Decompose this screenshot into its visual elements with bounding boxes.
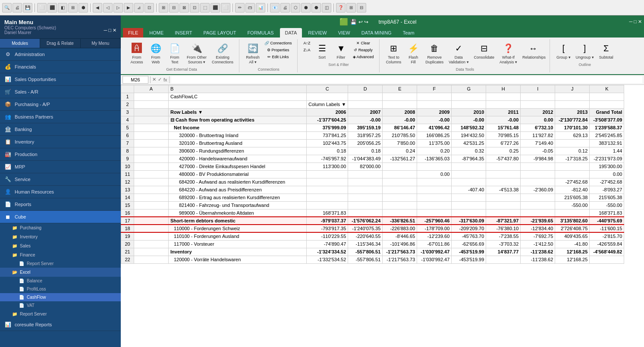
sidebar-tab-drag-relate[interactable]: Drag & Relate: [40, 39, 80, 48]
cell-c3[interactable]: 2006: [307, 108, 348, 116]
cell-i12[interactable]: [521, 178, 555, 186]
cell-k2[interactable]: [590, 100, 624, 108]
ribbon-btn-from-web[interactable]: 🌐 FromWeb: [147, 40, 165, 66]
cell-k3[interactable]: Grand Total: [590, 108, 624, 116]
ribbon-btn-from-other-sources[interactable]: 🔌 From OtherSources ▾: [185, 40, 209, 66]
col-header-b[interactable]: B: [169, 85, 307, 93]
toolbar-btn-20[interactable]: ⬣: [311, 3, 321, 13]
toolbar-btn-save[interactable]: 💾: [23, 3, 32, 13]
ribbon-btn-existing-connections[interactable]: 🔗 ExistingConnections: [210, 40, 236, 66]
cell-i8[interactable]: -0.05: [521, 147, 555, 155]
ribbon-btn-remove-duplicates[interactable]: 🗑 RemoveDuplicates: [423, 40, 446, 66]
sidebar-scroll-area[interactable]: ⚙ Administration 💰 Financials 📊 Sales Op…: [0, 48, 121, 347]
cell-j5[interactable]: 170'101.30: [555, 124, 590, 131]
cell-e10[interactable]: [383, 163, 417, 170]
ribbon-btn-text-to-columns[interactable]: ⊞ Text toColumns: [384, 40, 404, 66]
cell-c19[interactable]: -110'229.55: [307, 232, 348, 240]
ribbon-btn-edit-links[interactable]: ✏ Edit Links: [263, 54, 294, 60]
cell-a19[interactable]: [134, 232, 169, 240]
cell-j20[interactable]: -41.80: [555, 240, 590, 248]
col-header-d[interactable]: D: [348, 85, 383, 93]
cell-b11[interactable]: 480000 - BV Produktionsmaterial: [169, 170, 307, 178]
cell-f20[interactable]: -67'011.86: [417, 240, 452, 248]
cell-a17[interactable]: [134, 217, 169, 225]
cell-f13[interactable]: [417, 186, 452, 194]
ribbon-btn-from-text[interactable]: 📄 FromText: [166, 40, 184, 66]
sidebar-maximize-btn[interactable]: □: [108, 28, 111, 33]
cell-g19[interactable]: -45'763.70: [452, 232, 486, 240]
ribbon-btn-reapply[interactable]: ↺ Reapply: [351, 47, 376, 53]
cell-i22[interactable]: -11'238.62: [521, 256, 555, 263]
cell-h10[interactable]: [486, 163, 521, 170]
cell-d9[interactable]: -1'044'383.49: [348, 155, 383, 163]
sidebar-item-banking[interactable]: 🏦 Banking: [0, 123, 121, 136]
cell-g15[interactable]: [452, 201, 486, 209]
cell-h11[interactable]: [486, 170, 521, 178]
cell-e13[interactable]: [383, 186, 417, 194]
ribbon-tab-view[interactable]: VIEW: [333, 28, 355, 38]
cell-a21[interactable]: [134, 248, 169, 256]
cell-c12[interactable]: [307, 178, 348, 186]
cell-c21[interactable]: -1'324'334.52: [307, 248, 348, 256]
cell-d8[interactable]: 0.18: [348, 147, 383, 155]
cell-i19[interactable]: -7'692.75: [521, 232, 555, 240]
cell-h17[interactable]: -87'321.97: [486, 217, 521, 225]
cell-a13[interactable]: [134, 186, 169, 194]
cell-i10[interactable]: [521, 163, 555, 170]
cell-b9[interactable]: 420000 - Handelswarenaufwand: [169, 155, 307, 163]
cell-g5[interactable]: 148'592.32: [452, 124, 486, 131]
toolbar-btn-filter[interactable]: ⊿: [134, 3, 144, 13]
cell-i21[interactable]: -11'238.62: [521, 248, 555, 256]
cell-d17[interactable]: -1'576'062.24: [348, 217, 383, 225]
cell-c13[interactable]: [307, 186, 348, 194]
cell-k6[interactable]: 2'545'245.85: [590, 131, 624, 139]
cell-a5[interactable]: [134, 124, 169, 131]
cell-i4[interactable]: 0.00: [521, 116, 555, 124]
cell-e2[interactable]: [383, 100, 417, 108]
sidebar-item-business-partners[interactable]: 👥 Business Partners: [0, 111, 121, 123]
cell-d19[interactable]: -220'640.55: [348, 232, 383, 240]
cell-h21[interactable]: 14'837.77: [486, 248, 521, 256]
cell-b7[interactable]: 320100 - Bruttoertrag Ausland: [169, 139, 307, 147]
cell-a8[interactable]: [134, 147, 169, 155]
cell-b4[interactable]: ⊟ Cash flow from operating activities: [169, 116, 307, 124]
cell-e9[interactable]: -132'561.27: [383, 155, 417, 163]
cell-c10[interactable]: 113'300.00: [307, 163, 348, 170]
toolbar-btn-search[interactable]: 🔍: [2, 3, 12, 13]
cell-c8[interactable]: 0.18: [307, 147, 348, 155]
ribbon-btn-ungroup[interactable]: ] Ungroup ▾: [574, 40, 596, 61]
toolbar-btn-9[interactable]: ▶: [124, 3, 133, 13]
cell-g1[interactable]: [452, 93, 486, 100]
cell-k20[interactable]: -426'559.84: [590, 240, 624, 248]
ribbon-btn-relationships[interactable]: ↔ Relationships: [520, 40, 546, 61]
toolbar-btn-11[interactable]: ⊞: [159, 3, 168, 13]
cell-d7[interactable]: 205'056.25: [348, 139, 383, 147]
cell-g18[interactable]: -209'209.70: [452, 225, 486, 232]
cell-a18[interactable]: [134, 225, 169, 232]
cell-j6[interactable]: 629.13: [555, 131, 590, 139]
toolbar-btn-5[interactable]: ⬢: [79, 3, 88, 13]
cell-e19[interactable]: -8'446.65: [383, 232, 417, 240]
toolbar-btn-10[interactable]: ⊡: [145, 3, 154, 13]
cell-e12[interactable]: [383, 178, 417, 186]
cell-i6[interactable]: 11'927.82: [521, 131, 555, 139]
toolbar-btn-6[interactable]: ◀: [93, 3, 102, 13]
cell-b8[interactable]: 390600 - Rundungsdifferenzen: [169, 147, 307, 155]
cell-k7[interactable]: 383'132.91: [590, 139, 624, 147]
cell-j4[interactable]: -2'130'772.84: [555, 116, 590, 124]
cell-h3[interactable]: 2011: [486, 108, 521, 116]
insert-function-icon[interactable]: fx: [163, 77, 167, 82]
cell-j12[interactable]: -27'452.68: [555, 178, 590, 186]
cell-h12[interactable]: [486, 178, 521, 186]
cell-c1[interactable]: [307, 93, 348, 100]
sidebar-item-sales-opportunities[interactable]: 📊 Sales Opportunities: [0, 73, 121, 86]
cell-f3[interactable]: 2009: [417, 108, 452, 116]
cell-c5[interactable]: 375'999.09: [307, 124, 348, 131]
cell-e5[interactable]: 86'146.47: [383, 124, 417, 131]
cell-i13[interactable]: -2'360.09: [521, 186, 555, 194]
toolbar-btn-db[interactable]: 🗃: [245, 3, 255, 13]
cell-d11[interactable]: [348, 170, 383, 178]
cell-k17[interactable]: -440'975.69: [590, 217, 624, 225]
cell-j16[interactable]: [555, 209, 590, 217]
ribbon-btn-sort[interactable]: ☰ Sort: [313, 40, 331, 61]
